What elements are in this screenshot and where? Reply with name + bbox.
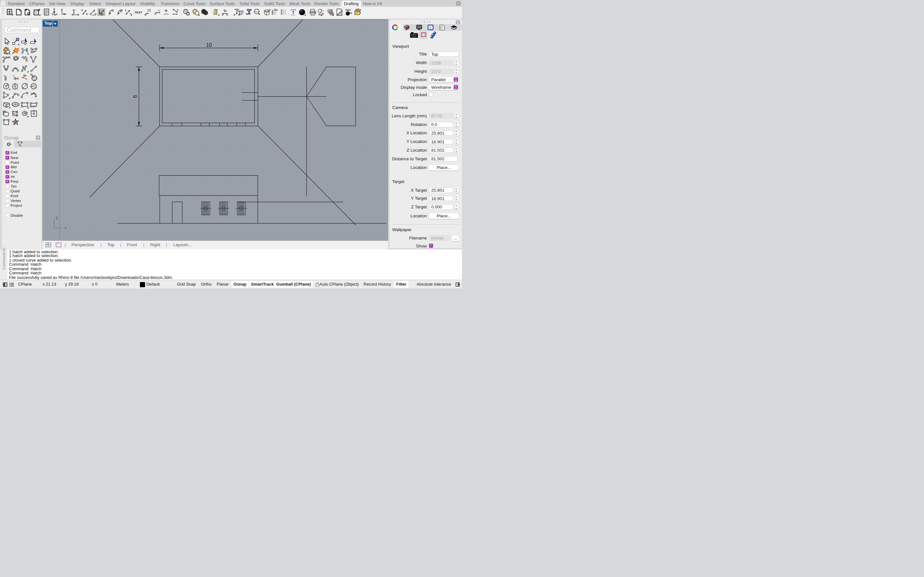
svg-text:45: 45 (100, 13, 103, 16)
svg-text:TEXT: TEXT (345, 9, 351, 11)
svg-text:[2]: [2] (148, 9, 151, 12)
svg-text:y: y (56, 215, 58, 220)
svg-text:x: x (65, 225, 67, 230)
svg-text:TEXT: TEXT (135, 11, 142, 14)
svg-text:Ø: Ø (120, 9, 123, 13)
svg-text:TEXT: TEXT (254, 11, 260, 13)
svg-text:R: R (111, 9, 114, 13)
svg-text:10: 10 (206, 42, 212, 48)
svg-text:6: 6 (132, 95, 138, 98)
svg-text:?: ? (429, 26, 431, 29)
